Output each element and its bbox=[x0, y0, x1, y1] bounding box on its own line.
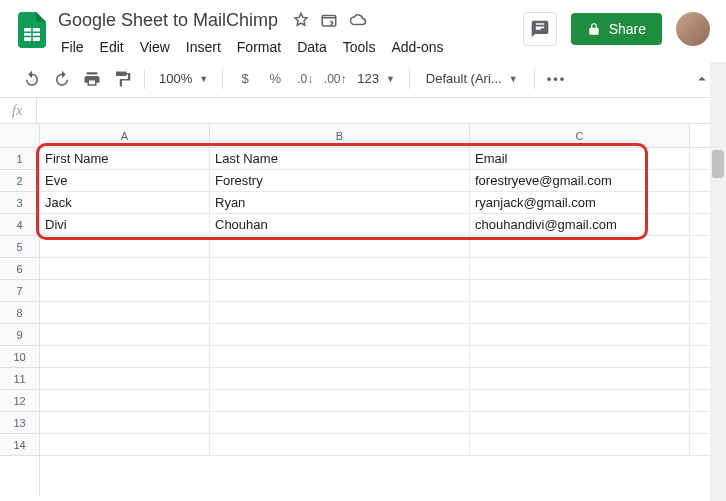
column-header[interactable]: B bbox=[210, 124, 470, 148]
cell[interactable] bbox=[40, 390, 210, 412]
cell[interactable]: ryanjack@gmail.com bbox=[470, 192, 690, 214]
cell[interactable] bbox=[210, 346, 470, 368]
cell[interactable] bbox=[210, 368, 470, 390]
chevron-down-icon: ▼ bbox=[386, 74, 395, 84]
increase-decimal-button[interactable]: .00↑ bbox=[321, 65, 349, 93]
header: Google Sheet to MailChimp FileEditViewIn… bbox=[0, 0, 726, 60]
font-select[interactable]: Default (Ari...▼ bbox=[418, 71, 526, 86]
cell[interactable]: Forestry bbox=[210, 170, 470, 192]
scrollbar-thumb[interactable] bbox=[712, 150, 724, 178]
row-header[interactable]: 3 bbox=[0, 192, 39, 214]
more-tools-button[interactable]: ••• bbox=[543, 65, 571, 93]
star-icon[interactable] bbox=[292, 11, 310, 29]
cell[interactable] bbox=[470, 236, 690, 258]
fx-label: fx bbox=[12, 103, 36, 119]
decrease-decimal-button[interactable]: .0↓ bbox=[291, 65, 319, 93]
cell[interactable] bbox=[210, 324, 470, 346]
cell[interactable] bbox=[210, 280, 470, 302]
account-avatar[interactable] bbox=[676, 12, 710, 46]
sheets-icon bbox=[18, 12, 46, 48]
number-format-select[interactable]: 123▼ bbox=[351, 71, 401, 86]
cell[interactable]: Eve bbox=[40, 170, 210, 192]
cell[interactable]: First Name bbox=[40, 148, 210, 170]
menu-insert[interactable]: Insert bbox=[179, 35, 228, 59]
menu-file[interactable]: File bbox=[54, 35, 91, 59]
cell[interactable] bbox=[470, 412, 690, 434]
menu-view[interactable]: View bbox=[133, 35, 177, 59]
zoom-select[interactable]: 100%▼ bbox=[153, 71, 214, 86]
cell[interactable]: chouhandivi@gmail.com bbox=[470, 214, 690, 236]
row-header[interactable]: 5 bbox=[0, 236, 39, 258]
print-button[interactable] bbox=[78, 65, 106, 93]
chevron-down-icon: ▼ bbox=[199, 74, 208, 84]
redo-button[interactable] bbox=[48, 65, 76, 93]
select-all-corner[interactable] bbox=[0, 124, 40, 148]
row-header[interactable]: 4 bbox=[0, 214, 39, 236]
menu-format[interactable]: Format bbox=[230, 35, 288, 59]
row-header[interactable]: 9 bbox=[0, 324, 39, 346]
cell[interactable]: Jack bbox=[40, 192, 210, 214]
cell[interactable] bbox=[470, 434, 690, 456]
cell[interactable] bbox=[470, 390, 690, 412]
menu-data[interactable]: Data bbox=[290, 35, 334, 59]
cell[interactable]: Chouhan bbox=[210, 214, 470, 236]
cell[interactable]: Ryan bbox=[210, 192, 470, 214]
paint-format-button[interactable] bbox=[108, 65, 136, 93]
vertical-scrollbar[interactable] bbox=[710, 62, 726, 501]
cell[interactable] bbox=[470, 302, 690, 324]
cell[interactable] bbox=[470, 346, 690, 368]
document-title[interactable]: Google Sheet to MailChimp bbox=[54, 9, 282, 32]
row-header[interactable]: 13 bbox=[0, 412, 39, 434]
cell[interactable] bbox=[470, 368, 690, 390]
row-header[interactable]: 1 bbox=[0, 148, 39, 170]
cell[interactable] bbox=[40, 412, 210, 434]
menu-bar: FileEditViewInsertFormatDataToolsAdd-ons bbox=[54, 34, 523, 60]
app-logo[interactable] bbox=[10, 6, 54, 48]
cell[interactable] bbox=[40, 346, 210, 368]
cell[interactable] bbox=[40, 236, 210, 258]
row-header[interactable]: 10 bbox=[0, 346, 39, 368]
cell[interactable] bbox=[210, 302, 470, 324]
column-header[interactable]: C bbox=[470, 124, 690, 148]
cell[interactable] bbox=[470, 280, 690, 302]
cloud-status-icon[interactable] bbox=[348, 11, 368, 29]
cell[interactable] bbox=[40, 258, 210, 280]
row-header[interactable]: 14 bbox=[0, 434, 39, 456]
comments-button[interactable] bbox=[523, 12, 557, 46]
menu-tools[interactable]: Tools bbox=[336, 35, 383, 59]
row-header[interactable]: 2 bbox=[0, 170, 39, 192]
cell[interactable] bbox=[470, 324, 690, 346]
chevron-down-icon: ▼ bbox=[509, 74, 518, 84]
column-header[interactable]: A bbox=[40, 124, 210, 148]
row-header[interactable]: 7 bbox=[0, 280, 39, 302]
cell[interactable] bbox=[210, 236, 470, 258]
cell[interactable] bbox=[210, 412, 470, 434]
spreadsheet-grid[interactable]: 1234567891011121314 First NameLast NameE… bbox=[0, 124, 726, 496]
row-header[interactable]: 12 bbox=[0, 390, 39, 412]
cell[interactable] bbox=[210, 434, 470, 456]
move-icon[interactable] bbox=[320, 11, 338, 29]
row-header[interactable]: 6 bbox=[0, 258, 39, 280]
menu-add-ons[interactable]: Add-ons bbox=[384, 35, 450, 59]
cell[interactable] bbox=[40, 280, 210, 302]
cell[interactable] bbox=[40, 324, 210, 346]
row-header[interactable]: 8 bbox=[0, 302, 39, 324]
undo-button[interactable] bbox=[18, 65, 46, 93]
cell[interactable]: Email bbox=[470, 148, 690, 170]
cell[interactable]: Divi bbox=[40, 214, 210, 236]
menu-edit[interactable]: Edit bbox=[93, 35, 131, 59]
cell[interactable] bbox=[470, 258, 690, 280]
cell[interactable] bbox=[40, 302, 210, 324]
format-percent-button[interactable]: % bbox=[261, 65, 289, 93]
cell[interactable]: Last Name bbox=[210, 148, 470, 170]
cell[interactable] bbox=[40, 434, 210, 456]
row-header[interactable]: 11 bbox=[0, 368, 39, 390]
share-label: Share bbox=[609, 21, 646, 37]
share-button[interactable]: Share bbox=[571, 13, 662, 45]
formula-input[interactable] bbox=[37, 98, 726, 123]
cell[interactable] bbox=[210, 390, 470, 412]
format-currency-button[interactable]: $ bbox=[231, 65, 259, 93]
cell[interactable]: forestryeve@gmail.com bbox=[470, 170, 690, 192]
cell[interactable] bbox=[40, 368, 210, 390]
cell[interactable] bbox=[210, 258, 470, 280]
